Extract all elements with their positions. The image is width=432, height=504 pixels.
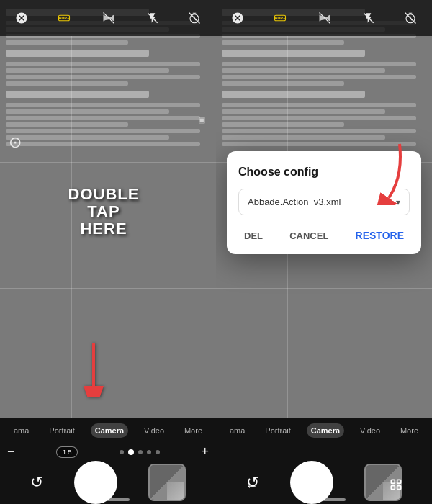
mode-tab-pano[interactable]: ama [9, 423, 33, 438]
zoom-dot [120, 450, 124, 454]
mode-tab-video[interactable]: Video [140, 423, 168, 438]
mode-tab-portrait[interactable]: Portrait [45, 423, 78, 438]
doc-line [222, 50, 365, 57]
svg-rect-15 [391, 480, 395, 483]
doc-line [6, 62, 200, 66]
zoom-level-indicator: 1.5 [56, 446, 78, 458]
doc-line [6, 50, 149, 57]
zoom-row-left: − 1.5 + [0, 443, 216, 461]
flip-camera-icon[interactable]: ↺ [30, 473, 43, 492]
doc-line [6, 75, 200, 79]
zoom-dot [138, 450, 143, 454]
doc-line [6, 129, 200, 133]
doc-line [6, 135, 169, 140]
double-tap-line2: TAP [68, 203, 140, 220]
svg-rect-17 [391, 486, 395, 490]
config-select-value: Abbade.Action_v3.xml [248, 197, 341, 207]
mode-tab-portrait-right[interactable]: Portrait [261, 423, 294, 438]
panorama-off-left-icon[interactable] [101, 12, 117, 24]
zoom-dots [120, 449, 160, 455]
svg-text:HDR+: HDR+ [59, 16, 69, 20]
arrow-annotation-right [371, 140, 410, 208]
doc-line [222, 135, 385, 140]
timer-off-icon[interactable] [15, 12, 28, 24]
doc-line [222, 68, 385, 73]
svg-text:HDR+: HDR+ [275, 16, 285, 20]
exposure-indicator: ▣ [198, 115, 205, 125]
doc-line [222, 129, 416, 133]
top-toolbar-right: HDR+ [216, 0, 432, 36]
left-panel: HDR+ ⊙ ▣ DOUBLE TAP HERE [0, 0, 216, 504]
top-toolbar-left: HDR+ [0, 0, 216, 36]
doc-line [6, 81, 128, 86]
gallery-thumbnail[interactable] [148, 464, 186, 501]
mode-tab-camera[interactable]: Camera [91, 423, 128, 438]
doc-line [6, 122, 128, 127]
shutter-row-left: ↺ [0, 461, 216, 504]
doc-line [6, 109, 169, 114]
zoom-plus-button[interactable]: + [201, 444, 209, 459]
flash-right-icon[interactable] [363, 11, 374, 25]
del-button[interactable]: DEL [238, 228, 269, 244]
mode-tabs-left: ama Portrait Camera Video More [0, 418, 216, 443]
mode-tab-pano-right[interactable]: ama [225, 423, 249, 438]
doc-line [6, 68, 169, 73]
doc-line [222, 62, 416, 66]
doc-line [222, 40, 344, 45]
doc-line [6, 103, 200, 107]
home-indicator-left [86, 498, 130, 501]
thumbnail-image [150, 465, 184, 500]
double-tap-line3: HERE [68, 220, 140, 238]
panorama-off-right-icon[interactable] [317, 12, 333, 24]
mode-tab-camera-right[interactable]: Camera [307, 423, 344, 438]
restore-button[interactable]: RESTORE [350, 227, 410, 244]
flash-left-icon[interactable] [147, 11, 158, 25]
cancel-button[interactable]: CANCEL [284, 228, 334, 244]
hdr-plus-left-icon[interactable]: HDR+ [58, 12, 71, 24]
doc-line [222, 75, 416, 79]
timer-right-icon[interactable] [404, 12, 417, 24]
timer-off-right-icon[interactable] [231, 12, 244, 24]
zoom-minus-button[interactable]: − [7, 444, 15, 459]
home-icon[interactable] [316, 477, 330, 495]
doc-line [6, 91, 149, 98]
doc-line [222, 109, 385, 114]
doc-line [222, 81, 344, 86]
double-tap-line1: DOUBLE [68, 186, 140, 203]
doc-line [222, 116, 416, 120]
doc-line [222, 91, 365, 98]
dialog-buttons: DEL CANCEL RESTORE [238, 227, 410, 244]
svg-rect-18 [397, 486, 400, 490]
arrow-annotation-left [72, 339, 115, 400]
doc-line [6, 116, 200, 120]
back-icon[interactable]: ← [245, 479, 258, 494]
recents-icon[interactable] [389, 477, 403, 495]
right-panel: HDR+ Choose config Abbade.Action_v3.xml … [216, 0, 432, 504]
mode-tabs-right: ama Portrait Camera Video More [216, 418, 432, 443]
mode-tab-video-right[interactable]: Video [356, 423, 384, 438]
zoom-dot-active [128, 449, 134, 455]
bottom-nav-right: ← [216, 477, 432, 495]
doc-line [6, 142, 200, 146]
shutter-button[interactable] [74, 461, 117, 504]
hdr-plus-right-icon[interactable]: HDR+ [274, 12, 287, 24]
doc-line [222, 122, 344, 127]
zoom-dot [147, 450, 151, 454]
home-indicator-right [302, 498, 346, 501]
doc-line [222, 103, 416, 107]
timer-left-icon[interactable] [188, 12, 201, 24]
svg-rect-16 [397, 480, 400, 483]
double-tap-prompt: DOUBLE TAP HERE [68, 186, 140, 238]
zoom-dot [156, 450, 160, 454]
chevron-up-icon[interactable]: ⊙ [9, 133, 22, 152]
bottom-controls-left: ama Portrait Camera Video More − 1.5 + ↺ [0, 418, 216, 504]
doc-line [6, 40, 128, 45]
mode-tab-more-right[interactable]: More [396, 423, 423, 438]
mode-tab-more[interactable]: More [180, 423, 207, 438]
